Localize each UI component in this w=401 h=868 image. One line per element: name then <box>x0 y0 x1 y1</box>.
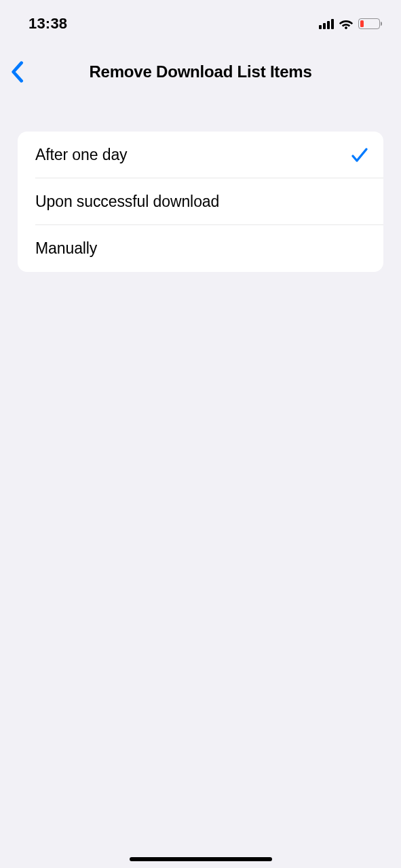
svg-point-0 <box>345 27 347 29</box>
status-icons <box>319 18 383 29</box>
home-indicator[interactable] <box>130 857 272 861</box>
options-list: After one day Upon successful download M… <box>18 132 383 272</box>
option-manually[interactable]: Manually <box>18 225 383 272</box>
nav-header: Remove Download List Items <box>0 50 401 94</box>
cellular-signal-icon <box>319 18 334 29</box>
battery-icon <box>358 18 383 29</box>
option-label: After one day <box>35 146 128 164</box>
option-label: Manually <box>35 239 97 258</box>
status-time: 13:38 <box>28 15 67 33</box>
chevron-left-icon <box>9 61 24 83</box>
page-title: Remove Download List Items <box>89 62 311 81</box>
option-upon-successful-download[interactable]: Upon successful download <box>18 178 383 225</box>
wifi-icon <box>339 18 354 29</box>
checkmark-icon <box>351 146 368 164</box>
status-bar: 13:38 <box>0 0 401 38</box>
option-label: Upon successful download <box>35 193 219 211</box>
back-button[interactable] <box>9 61 24 83</box>
option-after-one-day[interactable]: After one day <box>18 132 383 178</box>
